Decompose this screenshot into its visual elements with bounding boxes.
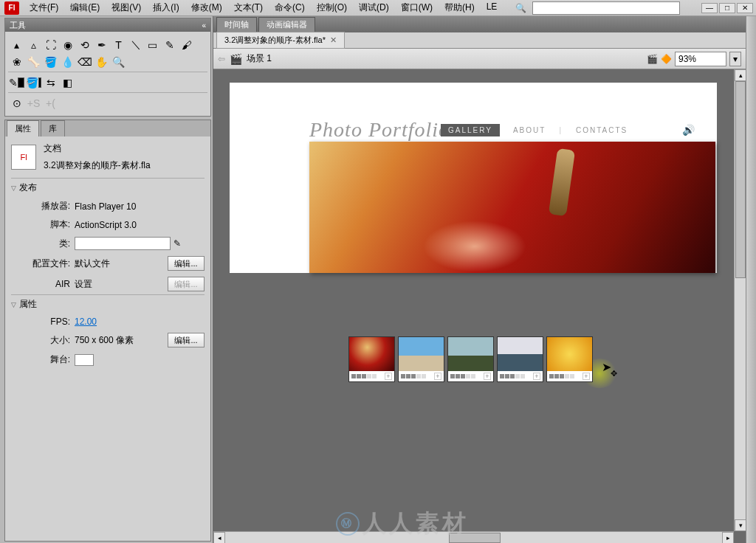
air-edit-button[interactable]: 编辑... xyxy=(168,277,205,291)
cursor-move-icon: ✥ xyxy=(611,369,617,378)
document-tabs: 3.2调整对象的顺序-素材.fla*✕ xyxy=(213,32,746,49)
size-edit-button[interactable]: 编辑... xyxy=(168,333,205,347)
edit-class-icon[interactable]: ✎ xyxy=(173,238,181,249)
back-icon[interactable]: ⇦ xyxy=(218,54,225,64)
menu-le[interactable]: LE xyxy=(481,0,504,16)
nav-about: ABOUT xyxy=(513,126,546,134)
vertical-scrollbar[interactable]: ▴ ▾ xyxy=(734,69,746,531)
nav-gallery: GALLERY xyxy=(441,124,500,136)
profile-edit-button[interactable]: 编辑... xyxy=(168,256,205,271)
brush-tool[interactable]: 🖌 xyxy=(178,36,195,53)
player-value: Flash Player 10 xyxy=(75,201,136,212)
rectangle-tool[interactable]: ▭ xyxy=(144,36,161,53)
menu-modify[interactable]: 修改(M) xyxy=(185,0,228,16)
horizontal-scrollbar[interactable]: ◂ ▸ xyxy=(213,531,734,543)
search-input[interactable] xyxy=(532,1,680,15)
default-colors[interactable]: ◧ xyxy=(59,74,76,91)
site-title-text: Photo Portfolio xyxy=(309,118,450,142)
stage-color-swatch[interactable] xyxy=(75,354,94,366)
nav-contacts: CONTACTS xyxy=(576,126,628,134)
scroll-thumb-h[interactable] xyxy=(449,533,501,543)
menu-debug[interactable]: 调试(D) xyxy=(353,0,395,16)
menu-commands[interactable]: 命令(C) xyxy=(269,0,311,16)
player-label: 播放器: xyxy=(29,200,70,212)
tools-collapse-icon[interactable]: « xyxy=(202,21,206,30)
menu-insert[interactable]: 插入(I) xyxy=(147,0,185,16)
size-value: 750 x 600 像素 xyxy=(75,334,134,347)
stroke-color[interactable]: ✎ xyxy=(8,74,25,91)
line-tool[interactable]: ＼ xyxy=(127,36,144,53)
subselection-tool[interactable]: ▵ xyxy=(25,36,42,53)
eyedropper-tool[interactable]: 💧 xyxy=(59,53,76,70)
search-icon: 🔍 xyxy=(515,3,526,13)
scroll-left-icon[interactable]: ◂ xyxy=(213,532,225,543)
zoom-tool[interactable]: 🔍 xyxy=(110,53,127,70)
zoom-dropdown[interactable]: ▾ xyxy=(729,52,741,66)
zoom-input[interactable]: 93% xyxy=(675,52,726,66)
edit-symbols-icon[interactable]: 🔶 xyxy=(661,54,672,64)
menu-help[interactable]: 帮助(H) xyxy=(439,0,481,16)
fps-label: FPS: xyxy=(29,317,70,327)
selection-tool[interactable]: ▴ xyxy=(8,36,25,53)
maximize-button[interactable]: □ xyxy=(719,3,735,13)
right-dock-strip[interactable] xyxy=(746,16,756,543)
thumb-4[interactable]: + xyxy=(497,336,543,382)
thumb-3[interactable]: + xyxy=(447,336,494,382)
stage-area[interactable]: Photo Portfolio GALLERY ABOUT | CONTACTS… xyxy=(213,69,746,543)
3d-rotation-tool[interactable]: ◉ xyxy=(59,36,76,53)
thumb-2[interactable]: + xyxy=(398,336,444,382)
hero-image[interactable] xyxy=(309,142,715,273)
thumb-5[interactable]: + xyxy=(546,336,593,382)
menu-control[interactable]: 控制(O) xyxy=(311,0,353,16)
swap-colors[interactable]: ⇆ xyxy=(42,74,59,91)
free-transform-tool[interactable]: ⛶ xyxy=(42,36,59,53)
edit-scene-icon[interactable]: 🎬 xyxy=(647,54,658,64)
paint-bucket-tool[interactable]: 🪣 xyxy=(42,53,59,70)
deco-tool[interactable]: ❀ xyxy=(8,53,25,70)
edit-bar: ⇦ 🎬 场景 1 🎬 🔶 93% ▾ xyxy=(213,49,746,69)
fps-value[interactable]: 12.00 xyxy=(75,317,97,327)
hand-tool[interactable]: ✋ xyxy=(93,53,110,70)
menu-edit[interactable]: 编辑(E) xyxy=(64,0,106,16)
scroll-thumb-v[interactable] xyxy=(735,81,746,278)
menu-file[interactable]: 文件(F) xyxy=(24,0,64,16)
eraser-tool[interactable]: ⌫ xyxy=(76,53,93,70)
site-nav: GALLERY ABOUT | CONTACTS xyxy=(441,124,628,136)
document-icon: Fl xyxy=(11,145,36,170)
scroll-up-icon[interactable]: ▴ xyxy=(735,69,746,81)
snap-to-object[interactable]: ⊙ xyxy=(8,94,25,111)
air-value: 设置 xyxy=(75,278,92,291)
pencil-tool[interactable]: ✎ xyxy=(161,36,178,53)
fill-color[interactable]: 🪣 xyxy=(25,74,42,91)
bone-tool[interactable]: 🦴 xyxy=(25,53,42,70)
straighten-option[interactable]: +( xyxy=(42,94,59,111)
smooth-option[interactable]: +S xyxy=(25,94,42,111)
tab-timeline[interactable]: 时间轴 xyxy=(216,17,257,32)
stage-canvas[interactable]: Photo Portfolio GALLERY ABOUT | CONTACTS… xyxy=(230,83,717,273)
script-label: 脚本: xyxy=(29,218,70,231)
menu-text[interactable]: 文本(T) xyxy=(228,0,269,16)
profile-value: 默认文件 xyxy=(75,257,110,270)
menu-window[interactable]: 窗口(W) xyxy=(395,0,439,16)
doc-name-label: 3.2调整对象的顺序-素材.fla xyxy=(44,159,151,172)
scene-icon: 🎬 xyxy=(230,53,242,65)
scroll-right-icon[interactable]: ▸ xyxy=(722,532,734,543)
scroll-down-icon[interactable]: ▾ xyxy=(735,519,746,531)
size-label: 大小: xyxy=(29,334,70,347)
document-tab[interactable]: 3.2调整对象的顺序-素材.fla*✕ xyxy=(216,32,345,49)
class-input[interactable] xyxy=(75,237,171,250)
section-attributes[interactable]: 属性 xyxy=(11,294,205,314)
pen-tool[interactable]: ✒ xyxy=(93,36,110,53)
script-value: ActionScript 3.0 xyxy=(75,220,137,230)
menu-view[interactable]: 视图(V) xyxy=(106,0,147,16)
thumb-1[interactable]: + xyxy=(348,336,395,382)
text-tool[interactable]: T xyxy=(110,36,127,53)
close-button[interactable]: ✕ xyxy=(737,3,753,13)
tab-library[interactable]: 库 xyxy=(41,120,65,136)
close-tab-icon[interactable]: ✕ xyxy=(330,35,337,45)
minimize-button[interactable]: — xyxy=(701,3,718,13)
tab-motion-editor[interactable]: 动画编辑器 xyxy=(258,17,315,32)
section-publish[interactable]: 发布 xyxy=(11,178,205,197)
tab-properties[interactable]: 属性 xyxy=(7,120,39,136)
lasso-tool[interactable]: ⟲ xyxy=(76,36,93,53)
